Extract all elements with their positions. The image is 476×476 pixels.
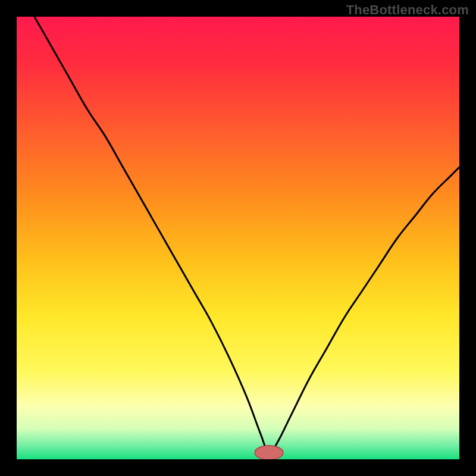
bottleneck-chart xyxy=(17,17,459,459)
plot-area xyxy=(17,17,459,459)
watermark-text: TheBottleneck.com xyxy=(346,2,469,18)
chart-frame: TheBottleneck.com xyxy=(0,0,476,476)
optimal-point-marker xyxy=(255,446,283,459)
gradient-background xyxy=(17,17,459,459)
